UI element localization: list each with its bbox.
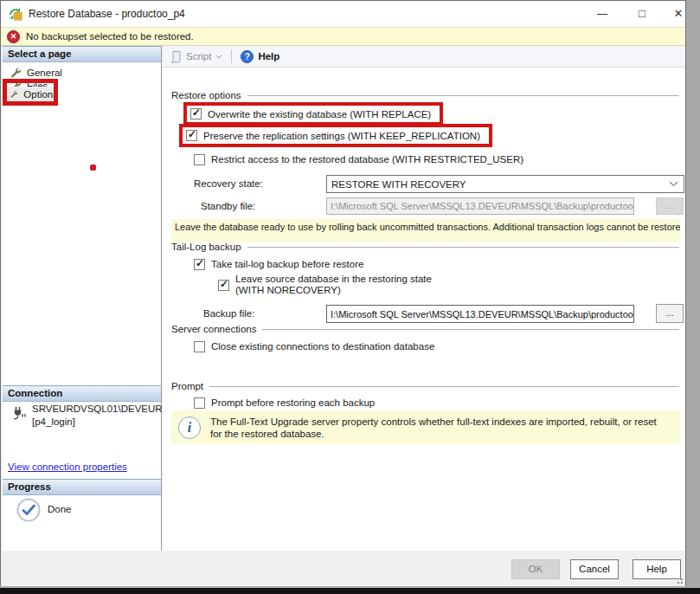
info-icon: i [178,416,201,439]
script-icon [170,50,182,63]
group-restore-options: Restore options [171,90,679,100]
recovery-state-dropdown[interactable]: RESTORE WITH RECOVERY [326,175,684,193]
connection-header: Connection [3,385,161,402]
error-icon: ✕ [7,30,20,43]
group-tail-log: Tail-Log backup [171,242,679,252]
view-connection-properties-link[interactable]: View connection properties [8,462,127,472]
standby-browse-button: ... [656,197,684,215]
progress-header: Progress [3,479,161,495]
standby-file-label: Standby file: [201,201,255,211]
maximize-button[interactable]: □ [626,1,658,27]
preserve-replication-checkbox[interactable]: ✓ [186,130,197,141]
help-toolbar-button[interactable]: Help [258,51,279,61]
checkbox-label: Take tail-log backup before restore [211,259,363,269]
prompt-before-restore-checkbox-row[interactable]: Prompt before restoring each backup [194,394,375,411]
overwrite-checkbox[interactable]: ✓ [190,108,202,119]
checkbox-label: Overwrite the existing database (WITH RE… [208,109,431,119]
annotation-box-options [3,79,58,106]
backup-file-input[interactable]: I:\Microsoft SQL Server\MSSQL13.DEVEUR\M… [326,305,634,323]
options-page-content: Restore options ✓ Overwrite the existing… [163,68,685,551]
check-icon: ✓ [196,257,204,269]
toolbar-separator [231,49,232,63]
recovery-state-value: RESTORE WITH RECOVERY [331,179,466,190]
checkbox-label: Prompt before restoring each backup [211,397,375,408]
help-icon: ? [241,50,254,63]
done-check-icon [16,498,41,522]
sidebar-item-label: General [27,68,62,78]
restore-database-dialog: Restore Database - productoo_p4 — □ ✕ ✕ … [0,0,686,586]
checkbox-label: Close existing connections to destinatio… [211,341,434,352]
connection-server: SRVEURDVSQL01\DEVEUR [32,403,158,416]
script-button[interactable]: Script [186,51,211,61]
group-rule [247,247,679,248]
leave-source-line2: (WITH NORECOVERY) [235,285,432,296]
group-rule [209,386,679,387]
close-connections-checkbox-row[interactable]: Close existing connections to destinatio… [194,338,434,355]
preserve-replication-checkbox-row[interactable]: ✓ Preserve the replication settings (WIT… [179,124,492,147]
main-pane: Script ? Help Restore options ✓ Overwrit… [163,46,685,551]
checkbox-label: Leave source database in the restoring s… [235,274,432,296]
taskbar-edge [0,588,700,594]
toolbar: Script ? Help [163,46,685,68]
close-button[interactable]: ✕ [662,1,695,27]
overwrite-checkbox-row[interactable]: ✓ Overwrite the existing database (WITH … [183,102,443,126]
group-server-connections: Server connections [171,324,679,334]
backup-file-label: Backup file: [203,308,254,319]
connection-plug-icon [12,406,26,420]
title-bar: Restore Database - productoo_p4 — □ ✕ [1,1,685,27]
group-rule [262,329,679,330]
prompt-before-restore-checkbox[interactable] [194,397,205,409]
leave-source-checkbox[interactable]: ✓ [218,280,229,291]
close-connections-checkbox[interactable] [194,341,205,352]
script-dropdown-caret-icon[interactable] [215,55,222,59]
check-icon: ✓ [192,107,201,119]
group-rule [247,95,679,96]
ok-button: OK [511,559,560,579]
leave-source-line1: Leave source database in the restoring s… [235,274,432,285]
restrict-access-checkbox-row[interactable]: Restrict access to the restored database… [194,151,523,168]
wrench-icon [10,67,21,78]
restrict-access-checkbox[interactable] [194,154,205,165]
take-tail-log-checkbox[interactable]: ✓ [194,259,205,270]
chevron-down-icon [669,181,678,187]
checkbox-label: Restrict access to the restored database… [211,154,523,165]
group-title: Restore options [171,90,241,100]
group-title: Prompt [171,381,203,391]
group-prompt: Prompt [171,381,679,391]
fulltext-info-box: i The Full-Text Upgrade server property … [171,410,680,444]
dialog-footer: OK Cancel Help [1,551,685,586]
recovery-state-label: Recovery state: [194,178,263,189]
group-title: Server connections [171,324,256,334]
window-title: Restore Database - productoo_p4 [29,1,185,27]
progress-status: Done [48,504,72,514]
standby-file-input: I:\Microsoft SQL Server\MSSQL13.DEVEUR\M… [326,197,634,215]
warning-bar: ✕ No backupset selected to be restored. [1,27,685,46]
take-tail-log-checkbox-row[interactable]: ✓ Take tail-log backup before restore [194,255,363,273]
annotation-dot [90,165,96,171]
checkbox-label: Preserve the replication settings (WITH … [203,131,480,141]
restore-database-icon [9,7,22,21]
check-icon: ✓ [220,278,228,290]
sidebar: Select a page General Files Options Conn… [3,46,162,551]
help-button[interactable]: Help [633,559,681,579]
group-title: Tail-Log backup [171,242,241,252]
connection-login: [p4_login] [32,416,75,429]
select-a-page-header: Select a page [3,46,161,62]
resize-grip-icon[interactable] [675,576,683,584]
leave-source-checkbox-row[interactable]: ✓ Leave source database in the restoring… [218,274,432,296]
fulltext-info-text: The Full-Text Upgrade server property co… [210,416,667,440]
check-icon: ✓ [188,128,196,140]
recovery-note: Leave the database ready to use by rolli… [171,219,680,242]
warning-text: No backupset selected to be restored. [26,31,194,42]
backup-browse-button[interactable]: ... [656,304,684,323]
minimize-button[interactable]: — [586,1,619,27]
cancel-button[interactable]: Cancel [570,559,619,579]
